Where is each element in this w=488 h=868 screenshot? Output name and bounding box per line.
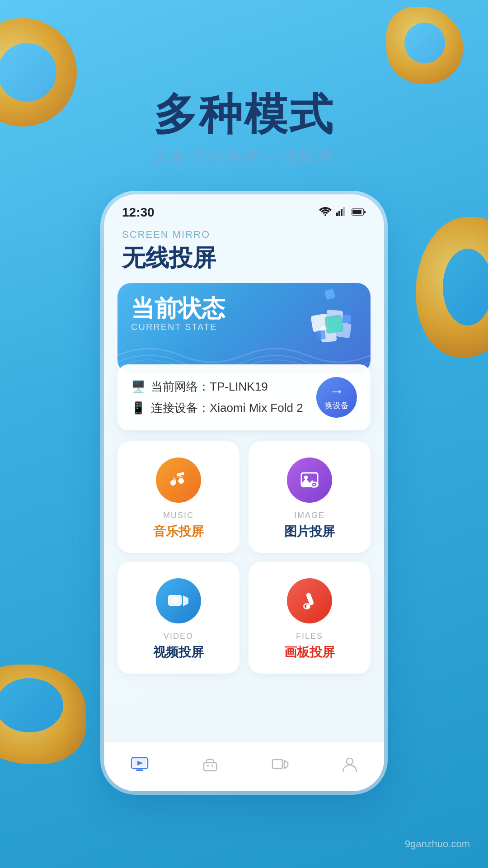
feature-card-files[interactable]: FILES 画板投屏: [249, 562, 371, 674]
music-label-en: MUSIC: [163, 511, 194, 520]
svg-point-0: [324, 214, 326, 216]
music-icon-circle: ♪ ♫: [156, 458, 201, 503]
network-card: 🖥️ 当前网络：TP-LINK19 📱 连接设备：Xiaomi Mix Fold…: [117, 364, 371, 430]
image-label-en: IMAGE: [294, 511, 325, 520]
svg-rect-32: [306, 604, 309, 609]
network-name: 当前网络：TP-LINK19: [151, 379, 268, 395]
svg-rect-4: [343, 207, 345, 216]
nav-item-video[interactable]: [272, 758, 289, 771]
svg-point-39: [207, 765, 209, 767]
main-title: 多种模式: [0, 90, 488, 138]
svg-rect-15: [316, 330, 326, 340]
svg-rect-7: [352, 210, 361, 214]
svg-rect-14: [328, 318, 343, 333]
files-label-cn: 画板投屏: [284, 644, 335, 661]
video-nav-icon: [272, 758, 289, 771]
bg-decoration-hole-2: [404, 23, 445, 63]
feature-card-video[interactable]: VIDEO 视频投屏: [117, 562, 239, 674]
video-icon-circle: [156, 578, 201, 623]
image-label-cn: 图片投屏: [284, 523, 335, 540]
app-title-cn: 无线投屏: [122, 242, 366, 274]
status-bar: 12:30: [104, 194, 384, 224]
device-name: 连接设备：Xiaomi Mix Fold 2: [151, 400, 303, 416]
svg-rect-41: [272, 760, 282, 769]
bottom-nav: [104, 741, 384, 791]
network-info: 🖥️ 当前网络：TP-LINK19 📱 连接设备：Xiaomi Mix Fold…: [131, 379, 316, 416]
cube-decoration: [289, 288, 366, 360]
svg-marker-42: [284, 760, 288, 769]
app-label: SCREEN MIRRO: [122, 229, 366, 241]
sub-title: 多种文件格式一键投屏: [0, 146, 488, 169]
nav-item-tv[interactable]: [131, 757, 149, 772]
app-header: SCREEN MIRRO 无线投屏: [104, 224, 384, 283]
tv-nav-icon: [131, 757, 149, 772]
svg-rect-3: [341, 209, 343, 216]
video-label-cn: 视频投屏: [153, 644, 204, 661]
files-label-en: FILES: [296, 632, 323, 641]
signal-icon: [336, 206, 347, 219]
device-icon: 📱: [131, 401, 145, 415]
feature-grid: ♪ ♫ MUSIC 音乐投屏 IMAGE 图片投屏: [117, 441, 371, 674]
svg-rect-6: [364, 211, 366, 213]
wifi-network-icon: 🖥️: [131, 380, 145, 394]
network-row: 🖥️ 当前网络：TP-LINK19: [131, 379, 316, 395]
svg-rect-16: [343, 315, 351, 323]
nav-item-store[interactable]: [202, 756, 218, 773]
state-card: 当前状态 CURRENT STATE: [117, 283, 371, 373]
phone-mockup: 12:30: [104, 194, 384, 791]
status-time: 12:30: [122, 205, 155, 220]
nav-item-user[interactable]: [342, 756, 357, 773]
image-icon-circle: [287, 458, 332, 503]
store-nav-icon: [202, 756, 218, 773]
svg-point-43: [347, 758, 353, 764]
svg-point-28: [174, 599, 176, 602]
switch-device-button[interactable]: → 换设备: [316, 377, 357, 418]
device-row: 📱 连接设备：Xiaomi Mix Fold 2: [131, 400, 316, 416]
wifi-icon: [319, 206, 332, 219]
svg-rect-8: [324, 289, 335, 300]
svg-text:♫: ♫: [177, 473, 184, 484]
music-label-cn: 音乐投屏: [153, 523, 204, 540]
feature-card-music[interactable]: ♪ ♫ MUSIC 音乐投屏: [117, 441, 239, 553]
svg-text:♪: ♪: [170, 472, 177, 487]
header-section: 多种模式 多种文件格式一键投屏: [0, 90, 488, 169]
files-icon-circle: [287, 578, 332, 623]
battery-icon: [352, 206, 366, 219]
svg-rect-34: [136, 769, 143, 771]
svg-rect-1: [336, 212, 338, 216]
svg-marker-25: [183, 595, 188, 606]
svg-rect-38: [204, 763, 216, 771]
svg-point-23: [313, 484, 315, 486]
watermark: 9ganzhuo.com: [405, 838, 470, 850]
svg-point-40: [211, 765, 213, 767]
status-icons: [319, 206, 366, 219]
switch-arrow-icon: →: [329, 384, 344, 398]
feature-card-image[interactable]: IMAGE 图片投屏: [249, 441, 371, 553]
bg-decoration-hole-4: [443, 249, 488, 326]
video-label-en: VIDEO: [164, 632, 193, 641]
switch-btn-label: 换设备: [324, 400, 349, 411]
user-nav-icon: [342, 756, 357, 773]
svg-rect-2: [338, 211, 340, 216]
